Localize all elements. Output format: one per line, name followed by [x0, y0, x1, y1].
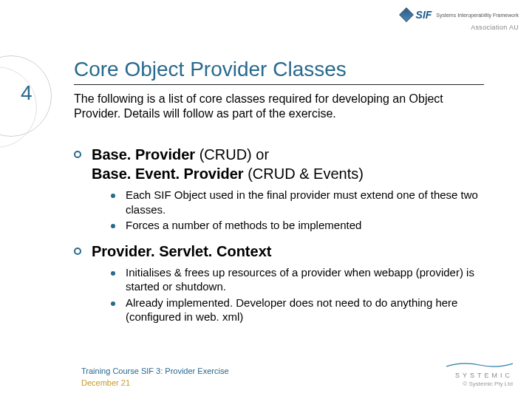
list-item: Each SIF Object used in the final provid…: [111, 188, 488, 216]
slide-title: Core Object Provider Classes: [74, 58, 484, 85]
logo-subtitle: Systems Interoperability Framework: [436, 13, 519, 18]
item-main-text: Base. Provider (CRUD) or Base. Event. Pr…: [92, 145, 364, 183]
footer-course: Training Course SIF 3: Provider Exercise: [81, 366, 229, 377]
item-main-text: Provider. Servlet. Context: [92, 242, 271, 261]
logo-text: SIF: [416, 9, 432, 21]
ring-bullet-icon: [74, 151, 81, 158]
intro-text: The following is a list of core classes …: [74, 92, 488, 121]
sub-text: Each SIF Object used in the final provid…: [126, 188, 488, 216]
systemic-name: SYSTEMIC: [446, 372, 513, 379]
diamond-icon: [399, 7, 414, 22]
sub-text: Already implemented. Developer does not …: [126, 296, 488, 324]
dot-bullet-icon: [111, 224, 115, 228]
systemic-logo: SYSTEMIC © Systemic Pty Ltd: [446, 358, 513, 387]
dot-bullet-icon: [111, 301, 115, 306]
list-item: Base. Provider (CRUD) or Base. Event. Pr…: [74, 145, 488, 183]
footer: Training Course SIF 3: Provider Exercise…: [81, 366, 229, 389]
ring-bullet-icon: [74, 248, 81, 255]
copyright-text: © Systemic Pty Ltd: [446, 381, 513, 387]
slide-number: 4: [21, 81, 33, 105]
association-label: Association AU: [471, 24, 519, 31]
dot-bullet-icon: [111, 194, 115, 198]
wave-icon: [446, 361, 513, 369]
sub-text: Forces a number of methods to be impleme…: [126, 218, 361, 233]
sub-text: Initialises & frees up resources of a pr…: [126, 265, 488, 294]
content-area: Base. Provider (CRUD) or Base. Event. Pr…: [74, 145, 488, 333]
sub-list: Each SIF Object used in the final provid…: [111, 188, 488, 233]
sub-list: Initialises & frees up resources of a pr…: [111, 265, 488, 324]
footer-date: December 21: [81, 378, 229, 389]
header-logo: SIF Systems Interoperability Framework: [401, 9, 519, 21]
list-item: Already implemented. Developer does not …: [111, 296, 488, 324]
list-item: Forces a number of methods to be impleme…: [111, 218, 488, 233]
list-item: Initialises & frees up resources of a pr…: [111, 265, 488, 294]
dot-bullet-icon: [111, 271, 115, 276]
list-item: Provider. Servlet. Context: [74, 242, 488, 261]
